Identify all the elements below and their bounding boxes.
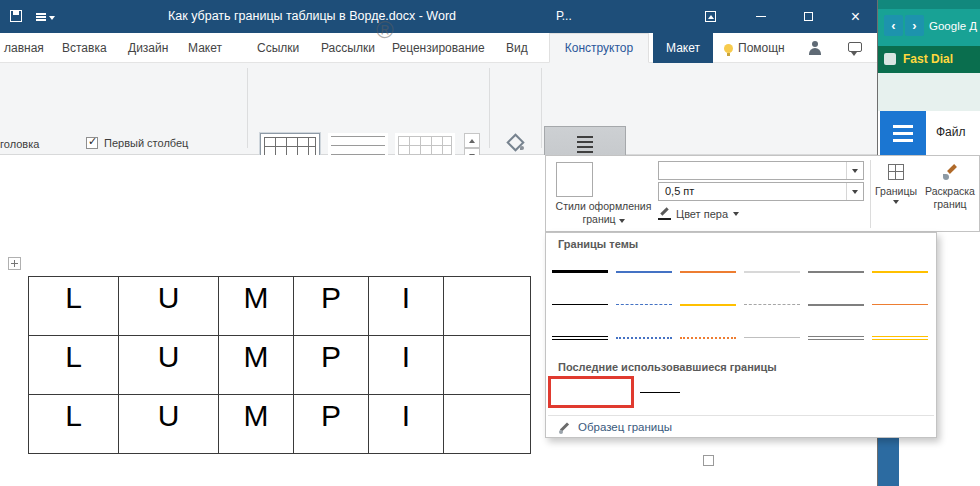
table-cell[interactable]: M [219,277,294,336]
tab-insert[interactable]: Вставка [58,33,111,63]
theme-borders-header: Границы темы [558,238,638,250]
table-cell[interactable]: U [119,277,219,336]
border-style-swatch[interactable] [740,288,804,321]
border-styles-split-button[interactable]: Стили оформления границ [546,200,661,226]
ribbon: головка тогов щиеся строки Первый столбе… [0,63,877,155]
titlebar: Как убрать границы таблицы в Ворде.docx … [0,0,877,33]
maximize-button[interactable] [786,0,831,33]
share-person-icon[interactable] [808,41,823,56]
table-cell[interactable]: L [29,277,119,336]
close-button[interactable] [833,0,878,33]
border-style-swatch[interactable] [740,255,804,288]
border-style-swatch[interactable] [804,288,868,321]
border-painter-label-line1: Раскраска [925,185,975,197]
table-cell[interactable]: I [369,277,444,336]
browser-scrollbar[interactable] [878,438,899,486]
border-style-swatch[interactable] [548,255,612,288]
borders-dropdown-label: Границы [875,185,917,197]
table-cell[interactable]: P [294,395,369,454]
table-cell[interactable]: M [219,336,294,395]
tab-view[interactable]: Вид [502,33,532,63]
border-style-swatch[interactable] [868,321,932,354]
borders-dropdown-button[interactable]: Границы [873,159,919,230]
border-style-preview[interactable] [556,162,593,197]
table-cell[interactable] [444,277,531,336]
tab-mailings[interactable]: Рассылки [317,33,379,63]
no-border-swatch-annotation-highlight[interactable] [548,376,634,408]
flyout-separator [870,160,871,228]
border-painter-button[interactable]: Раскраска границ [921,159,979,230]
table-cell[interactable] [444,336,531,395]
border-style-swatch[interactable] [612,288,676,321]
table-cell[interactable]: U [119,336,219,395]
border-style-swatch[interactable] [548,288,612,321]
border-style-swatch[interactable] [676,321,740,354]
border-sampler-item[interactable]: Образец границы [546,419,936,437]
table-cell[interactable]: L [29,336,119,395]
table-cell[interactable]: M [219,395,294,454]
hamburger-menu-icon[interactable] [880,111,926,155]
chevron-down-icon [893,200,899,204]
border-style-swatch[interactable] [612,321,676,354]
checkbox-first-column[interactable] [86,137,98,149]
border-style-swatch[interactable] [804,321,868,354]
border-style-swatch[interactable] [868,288,932,321]
tab-layout[interactable]: Макет [184,33,226,63]
fastdial-bookmark[interactable]: Fast Dial [903,52,953,66]
browser-back-button[interactable] [884,15,903,36]
line-style-combo[interactable] [658,161,864,180]
combo-arrow-icon[interactable] [846,183,863,200]
chevron-down-icon [733,212,739,216]
border-style-swatch[interactable] [804,255,868,288]
tab-assistant-label: Помощн [738,41,785,55]
browser-forward-button[interactable] [905,15,924,36]
group-separator [247,68,248,148]
save-icon[interactable] [10,10,22,22]
border-style-swatch[interactable] [868,255,932,288]
recent-borders-header: Последние использовавшиеся границы [558,361,777,373]
gallery-scroll-up-button[interactable] [464,133,480,148]
comments-icon[interactable] [848,42,862,52]
browser-bookmarks-bar: Fast Dial [878,46,980,73]
tab-references[interactable]: Ссылки [253,33,303,63]
cut-option-header-row[interactable]: головка [0,138,39,150]
border-style-swatch[interactable] [740,321,804,354]
borders-flyout-panel: Стили оформления границ 0,5 пт Цвет пера… [545,155,980,232]
tab-table-design-active[interactable]: Конструктор [549,33,649,63]
tab-design[interactable]: Дизайн [124,33,172,63]
tab-review[interactable]: Рецензирование [388,33,489,63]
table-cell[interactable]: P [294,277,369,336]
line-weight-combo[interactable]: 0,5 пт [658,182,864,201]
checkbox-first-column-label[interactable]: Первый столбец [104,137,188,149]
combo-arrow-icon[interactable] [846,162,863,179]
border-style-swatch[interactable] [676,255,740,288]
browser-menu-row: Файл [878,111,980,155]
minimize-button[interactable] [738,0,783,33]
pen-color-button[interactable]: Цвет пера [658,205,739,222]
watermark-registered: ® [376,16,394,44]
browser-toolbar-strip [878,73,980,111]
table-cell[interactable]: P [294,336,369,395]
border-style-swatch[interactable] [548,321,612,354]
browser-file-menu[interactable]: Файл [936,125,966,139]
signin-user[interactable]: Р... [556,9,572,23]
border-styles-gallery: Границы темы Последние использовавшиеся … [545,232,937,438]
recent-border-swatch[interactable] [638,377,700,407]
tab-table-layout-contextual[interactable]: Макет [653,33,713,63]
tab-home[interactable]: лавная [0,33,48,63]
table-cell[interactable] [444,395,531,454]
border-style-swatch[interactable] [612,255,676,288]
table-cell[interactable]: I [369,395,444,454]
tab-assistant[interactable]: Помощн [720,33,789,63]
pen-icon [658,207,671,220]
ribbon-display-options-button[interactable] [688,0,733,33]
table-cell[interactable]: I [369,336,444,395]
border-style-swatch[interactable] [676,288,740,321]
pen-color-label: Цвет пера [676,208,728,220]
table-cell[interactable]: L [29,395,119,454]
table-cell[interactable]: U [119,395,219,454]
quick-access-menu-icon[interactable] [36,13,46,15]
table-move-handle[interactable] [8,257,21,270]
line-weight-value: 0,5 пт [665,185,694,197]
paint-bucket-icon [506,134,524,150]
